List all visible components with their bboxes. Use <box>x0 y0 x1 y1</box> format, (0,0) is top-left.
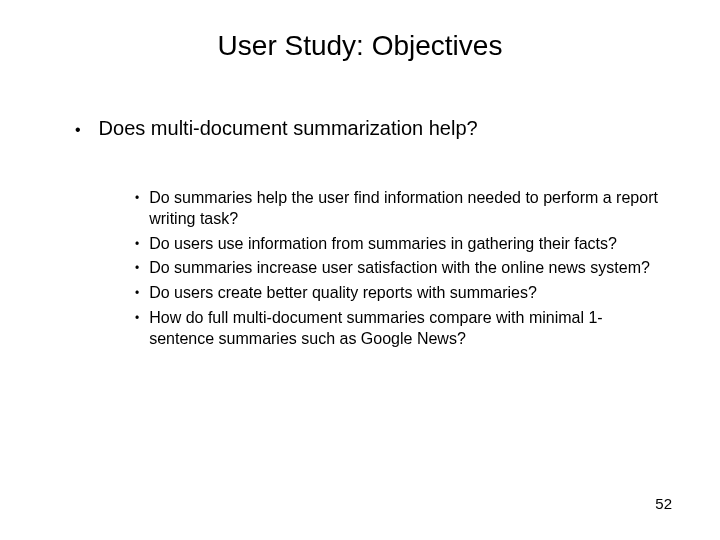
main-bullet-list: • Does multi-document summarization help… <box>60 117 660 143</box>
slide-container: User Study: Objectives • Does multi-docu… <box>0 0 720 540</box>
main-bullet-text: Does multi-document summarization help? <box>99 117 478 140</box>
sub-bullet-text: Do users use information from summaries … <box>149 234 660 255</box>
sub-bullet-text: Do summaries increase user satisfaction … <box>149 258 660 279</box>
bullet-icon: • <box>135 234 139 254</box>
sub-bullet-item: • How do full multi-document summaries c… <box>135 308 660 350</box>
sub-bullet-text: Do summaries help the user find informat… <box>149 188 660 230</box>
bullet-icon: • <box>135 258 139 278</box>
bullet-icon: • <box>75 117 81 143</box>
bullet-icon: • <box>135 188 139 208</box>
page-number: 52 <box>655 495 672 512</box>
sub-bullet-item: • Do summaries help the user find inform… <box>135 188 660 230</box>
sub-bullet-list: • Do summaries help the user find inform… <box>60 188 660 350</box>
bullet-icon: • <box>135 283 139 303</box>
sub-bullet-text: Do users create better quality reports w… <box>149 283 660 304</box>
sub-bullet-item: • Do users use information from summarie… <box>135 234 660 255</box>
slide-title: User Study: Objectives <box>60 30 660 62</box>
bullet-icon: • <box>135 308 139 328</box>
sub-bullet-text: How do full multi-document summaries com… <box>149 308 660 350</box>
sub-bullet-item: • Do users create better quality reports… <box>135 283 660 304</box>
sub-bullet-item: • Do summaries increase user satisfactio… <box>135 258 660 279</box>
main-bullet-item: • Does multi-document summarization help… <box>75 117 660 143</box>
